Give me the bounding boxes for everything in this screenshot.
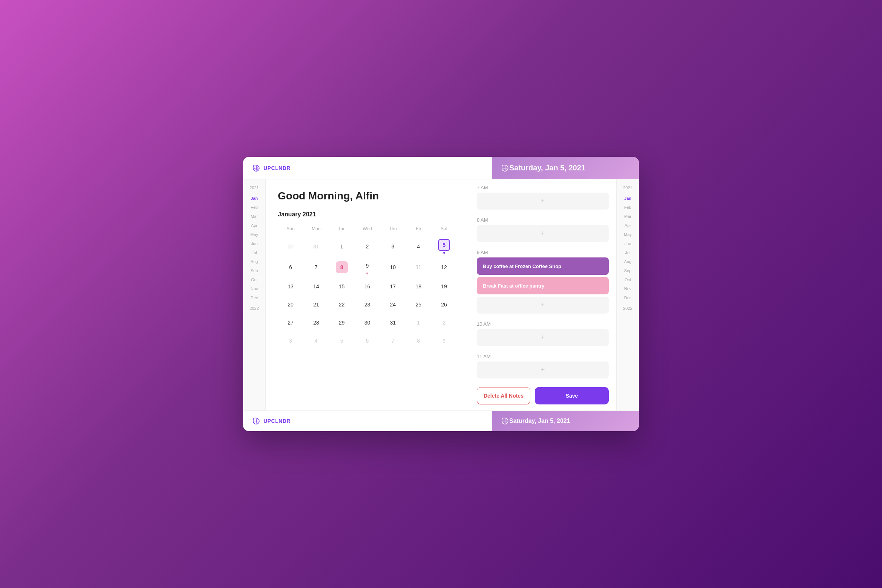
table-row[interactable]: 14 bbox=[303, 278, 329, 295]
right-sidebar-month-apr[interactable]: Apr bbox=[617, 222, 639, 229]
sidebar-month-jul[interactable]: Jul bbox=[243, 249, 265, 256]
table-row[interactable]: 24 bbox=[380, 296, 406, 313]
time-slot-10am: 10 AM + bbox=[469, 316, 616, 346]
table-row[interactable]: 22 bbox=[329, 296, 355, 313]
table-row[interactable]: 9 bbox=[431, 332, 457, 349]
day-fri: Fri bbox=[406, 224, 431, 234]
table-row[interactable]: 16 bbox=[355, 278, 380, 295]
footer-left: UPCLNDR bbox=[243, 411, 492, 431]
table-row[interactable]: 5 bbox=[431, 237, 457, 256]
right-sidebar-month-nov[interactable]: Nov bbox=[617, 285, 639, 292]
calendar-grid: Sun Mon Tue Wed Thu Fri Sat 30 31 1 2 3 … bbox=[278, 224, 457, 349]
table-row[interactable]: 11 bbox=[406, 257, 431, 277]
right-sidebar-month-oct[interactable]: Oct bbox=[617, 276, 639, 283]
footer-right-logo bbox=[501, 417, 509, 425]
add-event-9am[interactable]: + bbox=[477, 297, 609, 314]
header-logo bbox=[501, 164, 509, 172]
table-row[interactable]: 27 bbox=[278, 314, 303, 331]
time-slot-8am: 8 AM + bbox=[469, 212, 616, 242]
header-right: Saturday, Jan 5, 2021 bbox=[492, 157, 639, 179]
table-row[interactable]: 19 bbox=[431, 278, 457, 295]
table-row[interactable]: 3 bbox=[278, 332, 303, 349]
time-label-9am: 9 AM bbox=[477, 244, 609, 257]
schedule-area: 7 AM + 8 AM + 9 AM Buy coffee at Frozen … bbox=[469, 179, 616, 381]
sidebar-month-aug[interactable]: Aug bbox=[243, 258, 265, 265]
table-row[interactable]: 29 bbox=[329, 314, 355, 331]
calendar-title: January 2021 bbox=[278, 211, 457, 218]
right-sidebar-month-feb[interactable]: Feb bbox=[617, 204, 639, 211]
table-row[interactable]: 17 bbox=[380, 278, 406, 295]
sidebar-month-oct[interactable]: Oct bbox=[243, 276, 265, 283]
sidebar-month-may[interactable]: May bbox=[243, 231, 265, 238]
right-sidebar-month-mar[interactable]: Mar bbox=[617, 213, 639, 220]
table-row[interactable]: 8 bbox=[329, 257, 355, 277]
add-event-11am[interactable]: + bbox=[477, 361, 609, 378]
right-sidebar-month-may[interactable]: May bbox=[617, 231, 639, 238]
add-event-8am[interactable]: + bbox=[477, 225, 609, 242]
sidebar-month-nov[interactable]: Nov bbox=[243, 285, 265, 292]
time-label-10am: 10 AM bbox=[477, 316, 609, 329]
table-row[interactable]: 31 bbox=[303, 237, 329, 256]
table-row[interactable]: 1 bbox=[406, 314, 431, 331]
add-event-7am[interactable]: + bbox=[477, 193, 609, 210]
right-sidebar-month-jul[interactable]: Jul bbox=[617, 249, 639, 256]
footer-right: Saturday, Jan 5, 2021 bbox=[492, 411, 639, 431]
sidebar-month-dec[interactable]: Dec bbox=[243, 294, 265, 302]
table-row[interactable]: 7 bbox=[303, 257, 329, 277]
event-breakfast-text: Break Fast at office pantry bbox=[483, 283, 544, 289]
right-sidebar-month-jun[interactable]: Jun bbox=[617, 240, 639, 247]
table-row[interactable]: 30 bbox=[278, 237, 303, 256]
table-row[interactable]: 18 bbox=[406, 278, 431, 295]
right-sidebar-year-bottom: 2022 bbox=[623, 306, 632, 311]
day-tue: Tue bbox=[329, 224, 355, 234]
table-row[interactable]: 20 bbox=[278, 296, 303, 313]
table-row[interactable]: 12 bbox=[431, 257, 457, 277]
add-event-10am[interactable]: + bbox=[477, 329, 609, 346]
right-sidebar-month-dec[interactable]: Dec bbox=[617, 294, 639, 302]
table-row[interactable]: 10 bbox=[380, 257, 406, 277]
table-row[interactable]: 30 bbox=[355, 314, 380, 331]
table-row[interactable]: 3 bbox=[380, 237, 406, 256]
table-row[interactable]: 31 bbox=[380, 314, 406, 331]
table-row[interactable]: 2 bbox=[431, 314, 457, 331]
table-row[interactable]: 8 bbox=[406, 332, 431, 349]
sidebar-month-jan[interactable]: Jan bbox=[243, 194, 265, 202]
table-row[interactable]: 7 bbox=[380, 332, 406, 349]
right-sidebar: 2021 Jan Feb Mar Apr May Jun Jul Aug Sep… bbox=[616, 179, 639, 410]
table-row[interactable]: 6 bbox=[355, 332, 380, 349]
table-row[interactable]: 2 bbox=[355, 237, 380, 256]
delete-all-button[interactable]: Delete All Notes bbox=[477, 387, 530, 404]
day-sat: Sat bbox=[431, 224, 457, 234]
footer-logo-icon bbox=[252, 417, 260, 425]
header-logo-icon bbox=[501, 164, 509, 172]
table-row[interactable]: 6 bbox=[278, 257, 303, 277]
event-coffee[interactable]: Buy coffee at Frozen Coffee Shop bbox=[477, 257, 609, 275]
table-row[interactable]: 13 bbox=[278, 278, 303, 295]
table-row[interactable]: 21 bbox=[303, 296, 329, 313]
event-breakfast[interactable]: Break Fast at office pantry bbox=[477, 277, 609, 294]
right-sidebar-month-aug[interactable]: Aug bbox=[617, 258, 639, 265]
time-slot-7am: 7 AM + bbox=[469, 179, 616, 210]
table-row[interactable]: 4 bbox=[303, 332, 329, 349]
table-row[interactable]: 4 bbox=[406, 237, 431, 256]
table-row[interactable]: 26 bbox=[431, 296, 457, 313]
save-button[interactable]: Save bbox=[535, 387, 609, 404]
right-sidebar-month-jan[interactable]: Jan bbox=[617, 194, 639, 202]
table-row[interactable]: 23 bbox=[355, 296, 380, 313]
table-row[interactable]: 5 bbox=[329, 332, 355, 349]
sidebar-month-mar[interactable]: Mar bbox=[243, 213, 265, 220]
header-left: UPCLNDR bbox=[243, 157, 492, 179]
footer-date: Saturday, Jan 5, 2021 bbox=[509, 418, 570, 424]
header: UPCLNDR Saturday, Jan 5, 2021 bbox=[243, 157, 639, 179]
sidebar-month-apr[interactable]: Apr bbox=[243, 222, 265, 229]
right-sidebar-month-sep[interactable]: Sep bbox=[617, 267, 639, 274]
table-row[interactable]: 28 bbox=[303, 314, 329, 331]
table-row[interactable]: 15 bbox=[329, 278, 355, 295]
day-sun: Sun bbox=[278, 224, 303, 234]
sidebar-month-feb[interactable]: Feb bbox=[243, 204, 265, 211]
sidebar-month-sep[interactable]: Sep bbox=[243, 267, 265, 274]
sidebar-month-jun[interactable]: Jun bbox=[243, 240, 265, 247]
table-row[interactable]: 9 bbox=[355, 257, 380, 277]
table-row[interactable]: 1 bbox=[329, 237, 355, 256]
table-row[interactable]: 25 bbox=[406, 296, 431, 313]
